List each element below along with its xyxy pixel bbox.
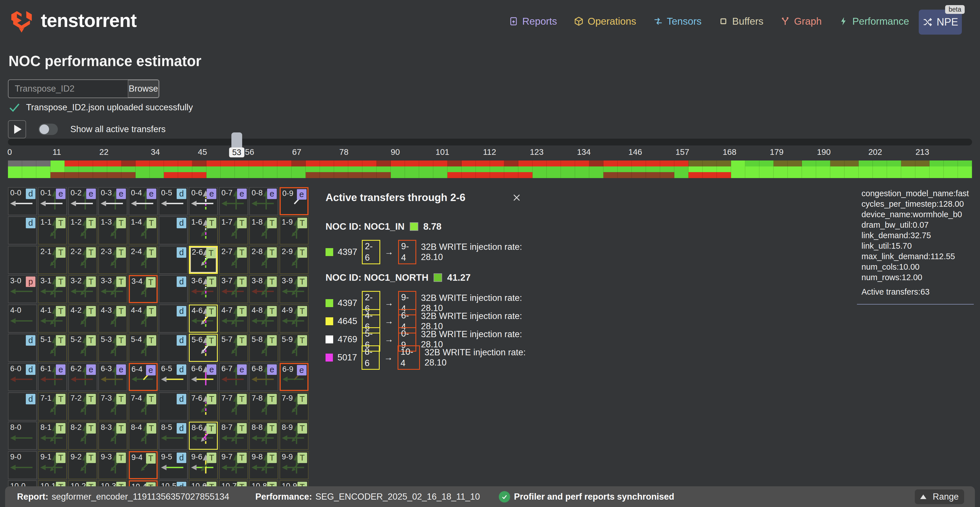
noc-cell-3-6[interactable]: 3-6T	[189, 275, 218, 303]
noc-cell-7-8[interactable]: 7-8T	[249, 393, 278, 421]
noc-cell-4-9[interactable]: 4-9T	[280, 305, 309, 333]
noc-cell-6-2[interactable]: 6-2e	[68, 363, 97, 391]
noc-cell-2-5[interactable]: d	[159, 246, 188, 274]
noc-cell-8-9[interactable]: 8-9T	[280, 422, 309, 450]
noc-cell-2-7[interactable]: 2-7T	[219, 246, 248, 274]
noc-cell-9-1[interactable]: 9-1T	[38, 451, 67, 479]
noc-cell-3-9[interactable]: 3-9T	[280, 275, 309, 303]
noc-cell-1-7[interactable]: 1-7T	[219, 216, 248, 245]
noc-cell-0-3[interactable]: 0-3e	[99, 187, 127, 215]
noc-cell-7-6[interactable]: 7-6T	[189, 393, 218, 421]
noc-cell-6-5[interactable]: 6-5d	[159, 363, 188, 391]
noc-cell-2-6[interactable]: 2-6T	[189, 246, 218, 274]
noc-cell-8-1[interactable]: 8-1T	[38, 422, 67, 450]
noc-cell-7-9[interactable]: 7-9T	[280, 393, 309, 421]
noc-cell-0-2[interactable]: 0-2e	[68, 187, 97, 215]
noc-cell-4-8[interactable]: 4-8T	[249, 305, 278, 333]
noc-cell-5-3[interactable]: 5-3T	[99, 334, 127, 362]
noc-cell-8-2[interactable]: 8-2T	[68, 422, 97, 450]
nav-item-reports[interactable]: Reports	[509, 16, 557, 27]
range-button[interactable]: Range	[915, 490, 964, 504]
noc-cell-3-0[interactable]: 3-0p	[8, 275, 37, 303]
noc-cell-1-5[interactable]: d	[159, 216, 188, 245]
noc-cell-5-4[interactable]: 5-4T	[129, 334, 158, 362]
noc-cell-2-3[interactable]: 2-3T	[99, 246, 127, 274]
noc-cell-3-5[interactable]: d	[159, 275, 188, 303]
noc-cell-9-6[interactable]: 9-6T	[189, 451, 218, 479]
noc-cell-10-2[interactable]: 10-2T	[68, 480, 97, 486]
noc-cell-2-0[interactable]	[8, 246, 37, 274]
noc-cell-9-3[interactable]: 9-3T	[99, 451, 127, 479]
noc-cell-7-2[interactable]: 7-2T	[68, 393, 97, 421]
browse-button[interactable]: Browse	[128, 80, 159, 97]
noc-cell-9-2[interactable]: 9-2T	[68, 451, 97, 479]
noc-cell-0-8[interactable]: 0-8e	[249, 187, 278, 215]
noc-cell-3-1[interactable]: 3-1T	[38, 275, 67, 303]
noc-cell-5-0[interactable]: d	[8, 334, 37, 362]
noc-cell-9-7[interactable]: 9-7T	[219, 451, 248, 479]
noc-cell-0-9[interactable]: 0-9e	[280, 187, 309, 215]
noc-cell-2-4[interactable]: 2-4T	[129, 246, 158, 274]
noc-cell-2-1[interactable]: 2-1T	[38, 246, 67, 274]
noc-cell-4-3[interactable]: 4-3T	[99, 305, 127, 333]
noc-cell-6-4[interactable]: 6-4e	[129, 363, 158, 391]
noc-cell-1-0[interactable]: d	[8, 216, 37, 245]
noc-cell-4-6[interactable]: 4-6T	[189, 305, 218, 333]
noc-cell-8-7[interactable]: 8-7T	[219, 422, 248, 450]
noc-cell-6-6[interactable]: 6-6e	[189, 363, 218, 391]
noc-cell-5-7[interactable]: 5-7T	[219, 334, 248, 362]
noc-cell-8-0[interactable]: 8-0	[8, 422, 37, 450]
noc-cell-6-8[interactable]: 6-8e	[249, 363, 278, 391]
noc-cell-3-4[interactable]: 3-4T	[129, 275, 158, 303]
noc-cell-10-1[interactable]: 10-1T	[38, 480, 67, 486]
nav-item-buffers[interactable]: Buffers	[719, 16, 764, 27]
noc-cell-5-6[interactable]: 5-6T	[189, 334, 218, 362]
noc-cell-6-9[interactable]: 6-9e	[280, 363, 309, 391]
noc-cell-7-4[interactable]: 7-4T	[129, 393, 158, 421]
noc-cell-6-7[interactable]: 6-7e	[219, 363, 248, 391]
noc-cell-1-4[interactable]: 1-4T	[129, 216, 158, 245]
transfer-row-5017[interactable]: 50178-6→10-432B WRITE injection rate: 28…	[326, 345, 541, 370]
close-button[interactable]	[510, 191, 523, 205]
noc-cell-2-8[interactable]: 2-8T	[249, 246, 278, 274]
noc-cell-9-5[interactable]: 9-5d	[159, 451, 188, 479]
noc-cell-4-5[interactable]: d	[159, 305, 188, 333]
noc-cell-1-8[interactable]: 1-8T	[249, 216, 278, 245]
show-all-transfers-toggle[interactable]	[38, 124, 58, 135]
noc-cell-10-0[interactable]: 10-0	[8, 480, 37, 486]
noc-cell-9-4[interactable]: 9-4T	[129, 451, 158, 479]
noc-cell-7-7[interactable]: 7-7T	[219, 393, 248, 421]
noc-cell-10-8[interactable]: 10-8T	[249, 480, 278, 486]
timeline-slider-track[interactable]	[8, 139, 972, 145]
nav-item-tensors[interactable]: Tensors	[653, 16, 702, 27]
noc-cell-4-0[interactable]: 4-0	[8, 305, 37, 333]
noc-cell-7-5[interactable]: d	[159, 393, 188, 421]
noc-cell-1-2[interactable]: 1-2T	[68, 216, 97, 245]
noc-cell-0-1[interactable]: 0-1e	[38, 187, 67, 215]
noc-cell-7-0[interactable]: d	[8, 393, 37, 421]
noc-cell-0-0[interactable]: 0-0d	[8, 187, 37, 215]
noc-cell-4-7[interactable]: 4-7T	[219, 305, 248, 333]
nav-item-performance[interactable]: Performance	[839, 16, 909, 27]
noc-cell-3-3[interactable]: 3-3T	[99, 275, 127, 303]
nav-item-npe[interactable]: NPE beta	[919, 10, 962, 35]
noc-cell-5-1[interactable]: 5-1T	[38, 334, 67, 362]
congestion-heatmap[interactable]	[8, 161, 972, 178]
file-input[interactable]	[8, 84, 128, 94]
noc-cell-2-2[interactable]: 2-2T	[68, 246, 97, 274]
noc-cell-10-9[interactable]: 10-9T	[280, 480, 309, 486]
noc-cell-8-3[interactable]: 8-3T	[99, 422, 127, 450]
noc-cell-6-0[interactable]: 6-0d	[8, 363, 37, 391]
noc-cell-10-4[interactable]: 10-4T	[129, 480, 158, 486]
noc-cell-0-5[interactable]: 0-5d	[159, 187, 188, 215]
noc-cell-9-9[interactable]: 9-9T	[280, 451, 309, 479]
nav-item-operations[interactable]: Operations	[574, 16, 636, 27]
noc-cell-5-5[interactable]: d	[159, 334, 188, 362]
noc-cell-4-2[interactable]: 4-2T	[68, 305, 97, 333]
noc-cell-6-1[interactable]: 6-1e	[38, 363, 67, 391]
noc-cell-5-9[interactable]: 5-9T	[280, 334, 309, 362]
noc-cell-3-8[interactable]: 3-8T	[249, 275, 278, 303]
noc-cell-10-7[interactable]: 10-7T	[219, 480, 248, 486]
tenstorrent-brand[interactable]: tenstorrent	[8, 7, 137, 33]
noc-cell-6-3[interactable]: 6-3e	[99, 363, 127, 391]
